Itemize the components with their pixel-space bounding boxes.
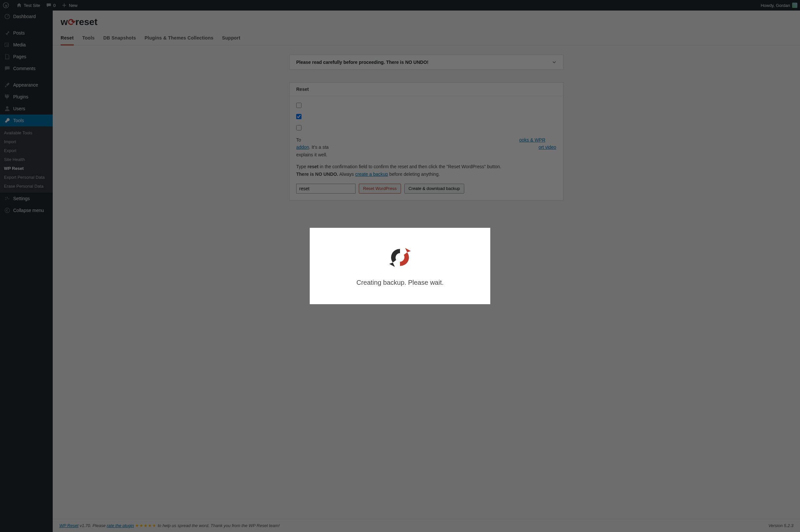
loading-modal: Creating backup. Please wait. [310, 228, 490, 304]
spinner-icon [387, 246, 413, 269]
modal-text: Creating backup. Please wait. [357, 279, 444, 286]
modal-overlay: Creating backup. Please wait. [0, 0, 800, 532]
